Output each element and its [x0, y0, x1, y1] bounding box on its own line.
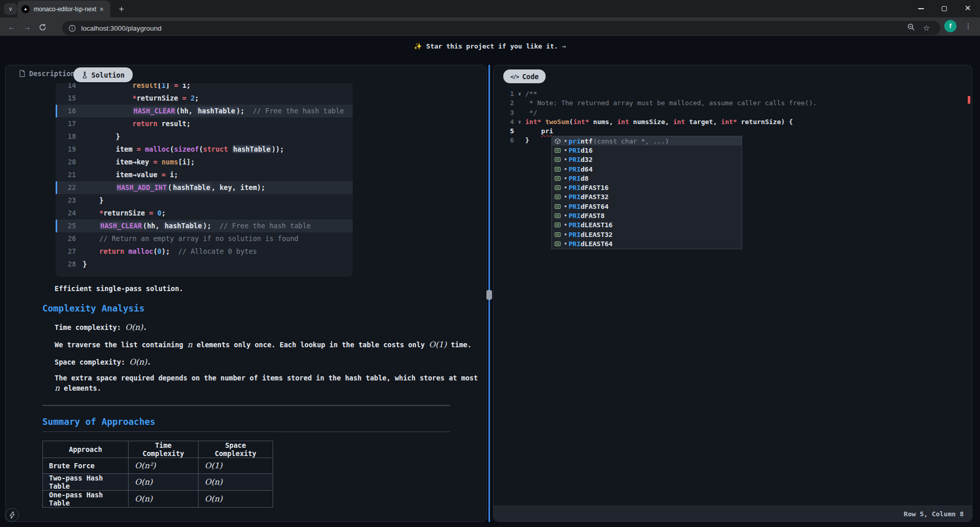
line-number: 16 [56, 105, 76, 117]
banner-text: Star this project if you like it. [426, 42, 558, 50]
site-info-icon[interactable] [68, 25, 76, 32]
star-banner[interactable]: ✨ Star this project if you like it. → [0, 36, 980, 56]
line-number: 27 [56, 245, 76, 258]
line-number: 25 [56, 220, 76, 232]
line-number: 22 [56, 181, 76, 194]
line-number: 4 [506, 117, 514, 127]
approaches-table: ApproachTime ComplexitySpace ComplexityB… [42, 441, 273, 508]
line-number: 23 [56, 194, 76, 207]
constant-kind-icon [554, 156, 562, 163]
code-line-16: 16 HASH_CLEAR(hh, hashTable); // Free th… [56, 105, 353, 117]
table-row: Brute ForceO(n²)O(1) [43, 458, 273, 474]
suggest-item-PRId8[interactable]: •PRId8 [552, 174, 742, 183]
suggest-item-PRId32[interactable]: •PRId32 [552, 155, 742, 164]
suggest-item-printf[interactable]: •printf(const char *, ...) [552, 136, 742, 146]
suggest-label-text: dLEAST64 [581, 240, 613, 248]
suggest-item-PRIdFAST64[interactable]: •PRIdFAST64 [552, 202, 742, 211]
suggest-match-text: PRI [569, 156, 580, 163]
complexity-heading: Complexity Analysis [42, 303, 144, 314]
section-divider [42, 405, 450, 406]
suggest-bullet: • [564, 166, 567, 172]
line-number: 5 [506, 127, 514, 136]
constant-kind-icon [554, 203, 562, 210]
suggest-bullet: • [564, 232, 567, 237]
suggest-item-PRIdFAST8[interactable]: •PRIdFAST8 [552, 211, 742, 220]
tab-search-chevron-icon[interactable]: ∨ [4, 3, 17, 15]
constant-kind-icon [554, 212, 562, 219]
bookmark-star-icon[interactable]: ☆ [919, 23, 934, 33]
browser-tab[interactable]: ▲ monaco-editor-lsp-next × [17, 1, 110, 17]
line-number: 19 [56, 143, 76, 156]
code-line-27: 27 return malloc(0); // Allocate 0 bytes [56, 245, 353, 258]
window-maximize-button[interactable] [933, 0, 956, 17]
space-complexity-desc: The extra space required depends on the … [55, 373, 478, 393]
suggest-bullet: • [564, 194, 567, 200]
browser-menu-icon[interactable]: ⋮ [963, 20, 974, 32]
new-tab-button[interactable]: + [115, 3, 128, 15]
splitter-grip-handle[interactable] [486, 290, 492, 300]
line-number: 17 [56, 117, 76, 130]
suggest-item-PRIdLEAST16[interactable]: •PRIdLEAST16 [552, 221, 742, 230]
suggest-match-text: PRI [569, 193, 580, 201]
editor-line-1[interactable]: 1∨/** [494, 89, 972, 99]
solution-code-block: 14 result[1] = i;15 *returnSize = 2;16 H… [56, 83, 353, 277]
tab-description-label: Description [29, 69, 75, 78]
line-number: 20 [56, 156, 76, 169]
tab-close-icon[interactable]: × [97, 5, 106, 13]
suggest-item-PRId16[interactable]: •PRId16 [552, 146, 742, 155]
table-cell: O(n) [199, 491, 273, 508]
suggest-label-text: dFAST64 [581, 203, 609, 210]
suggest-match-text: PRI [569, 165, 580, 173]
code-line-22: 22 HASH_ADD_INT(hashTable, key, item); [56, 181, 353, 194]
fold-chevron-icon[interactable]: ∨ [514, 89, 525, 99]
suggest-match-text: PRI [569, 203, 580, 210]
suggest-item-PRId64[interactable]: •PRId64 [552, 164, 742, 174]
window-close-button[interactable]: ✕ [956, 0, 979, 17]
editor-line-2[interactable]: 2 * Note: The returned array must be mal… [494, 99, 972, 108]
suggest-match-text: PRI [569, 147, 580, 154]
suggest-label-text: ntf [581, 137, 593, 145]
zoom-icon[interactable] [903, 23, 919, 33]
editor-line-5[interactable]: 5 pri [494, 127, 972, 136]
suggest-label-text: dFAST16 [581, 184, 609, 191]
line-number: 3 [506, 108, 514, 117]
sparkles-icon: ✨ [414, 42, 422, 50]
fold-chevron-icon[interactable]: ∨ [514, 117, 525, 127]
suggest-match-text: PRI [569, 240, 580, 248]
suggest-label-text: dFAST8 [581, 212, 605, 220]
suggest-match-text: PRI [569, 184, 580, 191]
summary-heading: Summary of Approaches [42, 417, 450, 432]
suggest-label-text: dLEAST16 [581, 221, 613, 229]
forward-icon[interactable]: → [19, 22, 35, 31]
window-minimize-button[interactable] [909, 0, 933, 17]
reload-icon[interactable] [35, 22, 50, 31]
line-number: 1 [506, 89, 514, 99]
editor-line-3[interactable]: 3 */ [494, 108, 972, 117]
time-complexity-line: Time complexity: O(n). [55, 323, 147, 332]
url-bar[interactable]: localhost:3000/playground ☆ [62, 21, 940, 35]
arrow-right-icon[interactable]: → [562, 42, 566, 50]
line-number: 18 [56, 130, 76, 143]
constant-kind-icon [554, 241, 562, 247]
line-number: 14 [56, 83, 76, 92]
suggest-signature: (const char *, ...) [593, 137, 669, 145]
table-header: Approach [43, 441, 129, 458]
quick-action-button[interactable] [5, 508, 19, 522]
profile-avatar[interactable]: f [944, 20, 957, 32]
suggest-match-text: PRI [569, 221, 580, 229]
tab-code[interactable]: </> Code [503, 69, 546, 83]
code-line-28: 28} [56, 258, 353, 271]
tab-description[interactable]: Description [19, 69, 75, 78]
suggest-item-PRIdFAST32[interactable]: •PRIdFAST32 [552, 193, 742, 202]
constant-kind-icon [554, 231, 562, 238]
suggest-bullet: • [564, 204, 567, 209]
tab-solution[interactable]: Solution [74, 67, 133, 82]
error-overview-ruler-mark [968, 96, 970, 104]
suggest-item-PRIdFAST16[interactable]: •PRIdFAST16 [552, 183, 742, 192]
suggest-item-PRIdLEAST64[interactable]: •PRIdLEAST64 [552, 239, 742, 248]
suggest-item-PRIdLEAST32[interactable]: •PRIdLEAST32 [552, 230, 742, 239]
back-icon[interactable]: ← [4, 22, 19, 31]
url-text[interactable]: localhost:3000/playground [81, 25, 903, 32]
suggest-label-text: d64 [581, 165, 593, 173]
editor-line-4[interactable]: 4∨int* twoSum(int* nums, int numsSize, i… [494, 117, 972, 127]
